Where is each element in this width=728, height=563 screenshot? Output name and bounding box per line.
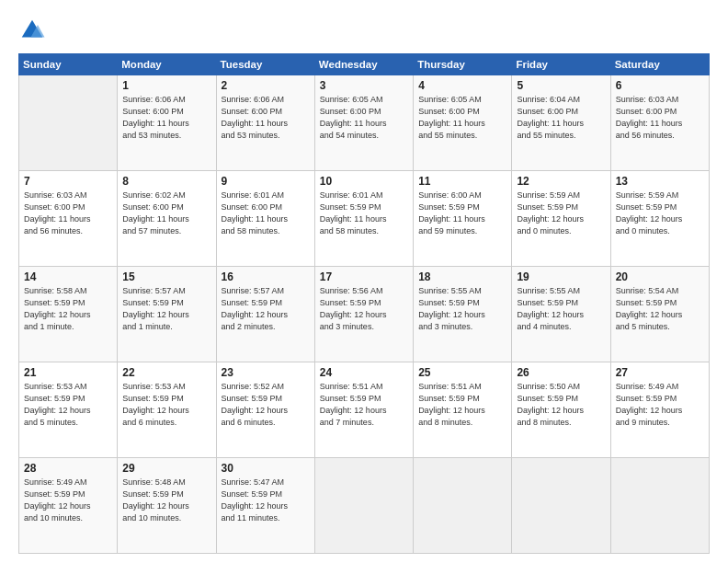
calendar-cell: 20Sunrise: 5:54 AM Sunset: 5:59 PM Dayli… xyxy=(610,267,709,362)
calendar-cell: 7Sunrise: 6:03 AM Sunset: 6:00 PM Daylig… xyxy=(19,171,118,267)
calendar-cell xyxy=(314,458,413,554)
day-info: Sunrise: 5:59 AM Sunset: 5:59 PM Dayligh… xyxy=(616,190,704,237)
weekday-header-monday: Monday xyxy=(118,54,216,75)
day-number: 6 xyxy=(616,79,704,92)
calendar-week-row: 21Sunrise: 5:53 AM Sunset: 5:59 PM Dayli… xyxy=(19,362,710,458)
calendar-cell: 21Sunrise: 5:53 AM Sunset: 5:59 PM Dayli… xyxy=(19,362,118,458)
calendar-week-row: 28Sunrise: 5:49 AM Sunset: 5:59 PM Dayli… xyxy=(19,458,710,554)
day-info: Sunrise: 6:05 AM Sunset: 6:00 PM Dayligh… xyxy=(418,94,506,142)
calendar-cell: 18Sunrise: 5:55 AM Sunset: 5:59 PM Dayli… xyxy=(414,267,512,362)
calendar-cell: 26Sunrise: 5:50 AM Sunset: 5:59 PM Dayli… xyxy=(512,362,610,458)
calendar-cell: 24Sunrise: 5:51 AM Sunset: 5:59 PM Dayli… xyxy=(314,362,413,458)
day-number: 9 xyxy=(222,175,310,188)
calendar-cell: 23Sunrise: 5:52 AM Sunset: 5:59 PM Dayli… xyxy=(216,362,314,458)
day-number: 20 xyxy=(616,270,704,283)
weekday-header-tuesday: Tuesday xyxy=(216,54,314,75)
day-number: 26 xyxy=(517,366,605,379)
day-info: Sunrise: 6:05 AM Sunset: 6:00 PM Dayligh… xyxy=(320,94,408,142)
calendar-cell: 16Sunrise: 5:57 AM Sunset: 5:59 PM Dayli… xyxy=(216,267,314,362)
calendar-cell: 29Sunrise: 5:48 AM Sunset: 5:59 PM Dayli… xyxy=(118,458,216,554)
calendar-cell: 27Sunrise: 5:49 AM Sunset: 5:59 PM Dayli… xyxy=(610,362,709,458)
day-info: Sunrise: 5:51 AM Sunset: 5:59 PM Dayligh… xyxy=(418,381,506,429)
day-number: 1 xyxy=(122,79,210,92)
day-info: Sunrise: 6:06 AM Sunset: 6:00 PM Dayligh… xyxy=(122,94,210,142)
calendar-cell: 22Sunrise: 5:53 AM Sunset: 5:59 PM Dayli… xyxy=(118,362,216,458)
day-info: Sunrise: 5:57 AM Sunset: 5:59 PM Dayligh… xyxy=(122,285,210,333)
day-number: 5 xyxy=(517,79,605,92)
day-info: Sunrise: 6:06 AM Sunset: 6:00 PM Dayligh… xyxy=(222,94,310,142)
day-info: Sunrise: 5:50 AM Sunset: 5:59 PM Dayligh… xyxy=(517,381,605,429)
calendar-header-row: SundayMondayTuesdayWednesdayThursdayFrid… xyxy=(19,54,710,75)
calendar-cell: 9Sunrise: 6:01 AM Sunset: 6:00 PM Daylig… xyxy=(216,171,314,267)
calendar-cell xyxy=(610,458,709,554)
day-number: 29 xyxy=(122,462,210,475)
day-info: Sunrise: 5:59 AM Sunset: 5:59 PM Dayligh… xyxy=(517,190,605,237)
calendar-cell: 28Sunrise: 5:49 AM Sunset: 5:59 PM Dayli… xyxy=(19,458,118,554)
day-number: 13 xyxy=(616,175,704,188)
calendar-cell: 15Sunrise: 5:57 AM Sunset: 5:59 PM Dayli… xyxy=(118,267,216,362)
day-number: 11 xyxy=(418,175,506,188)
day-number: 18 xyxy=(418,270,506,283)
day-number: 15 xyxy=(122,270,210,283)
weekday-header-friday: Friday xyxy=(512,54,610,75)
calendar-cell: 25Sunrise: 5:51 AM Sunset: 5:59 PM Dayli… xyxy=(414,362,512,458)
calendar-cell: 1Sunrise: 6:06 AM Sunset: 6:00 PM Daylig… xyxy=(118,75,216,171)
day-number: 2 xyxy=(222,79,310,92)
day-info: Sunrise: 5:49 AM Sunset: 5:59 PM Dayligh… xyxy=(616,381,704,429)
day-number: 16 xyxy=(222,270,310,283)
day-info: Sunrise: 5:53 AM Sunset: 5:59 PM Dayligh… xyxy=(122,381,210,429)
calendar-cell: 12Sunrise: 5:59 AM Sunset: 5:59 PM Dayli… xyxy=(512,171,610,267)
calendar-cell xyxy=(414,458,512,554)
page: SundayMondayTuesdayWednesdayThursdayFrid… xyxy=(0,0,728,563)
calendar-week-row: 7Sunrise: 6:03 AM Sunset: 6:00 PM Daylig… xyxy=(19,171,710,267)
logo-icon xyxy=(18,17,46,44)
day-number: 30 xyxy=(222,462,310,475)
calendar-cell xyxy=(19,75,118,171)
day-info: Sunrise: 5:55 AM Sunset: 5:59 PM Dayligh… xyxy=(517,285,605,333)
day-number: 19 xyxy=(517,270,605,283)
weekday-header-sunday: Sunday xyxy=(19,54,118,75)
weekday-header-saturday: Saturday xyxy=(610,54,709,75)
day-number: 27 xyxy=(616,366,704,379)
calendar-table: SundayMondayTuesdayWednesdayThursdayFrid… xyxy=(18,53,710,554)
weekday-header-thursday: Thursday xyxy=(414,54,512,75)
calendar-cell: 14Sunrise: 5:58 AM Sunset: 5:59 PM Dayli… xyxy=(19,267,118,362)
day-info: Sunrise: 6:00 AM Sunset: 5:59 PM Dayligh… xyxy=(418,190,506,237)
day-info: Sunrise: 5:58 AM Sunset: 5:59 PM Dayligh… xyxy=(24,285,112,333)
day-info: Sunrise: 5:54 AM Sunset: 5:59 PM Dayligh… xyxy=(616,285,704,333)
day-info: Sunrise: 5:52 AM Sunset: 5:59 PM Dayligh… xyxy=(222,381,310,429)
day-info: Sunrise: 5:51 AM Sunset: 5:59 PM Dayligh… xyxy=(320,381,408,429)
calendar-cell: 19Sunrise: 5:55 AM Sunset: 5:59 PM Dayli… xyxy=(512,267,610,362)
calendar-week-row: 1Sunrise: 6:06 AM Sunset: 6:00 PM Daylig… xyxy=(19,75,710,171)
day-info: Sunrise: 5:49 AM Sunset: 5:59 PM Dayligh… xyxy=(24,477,112,524)
day-number: 23 xyxy=(222,366,310,379)
day-info: Sunrise: 5:47 AM Sunset: 5:59 PM Dayligh… xyxy=(222,477,310,524)
day-info: Sunrise: 5:57 AM Sunset: 5:59 PM Dayligh… xyxy=(222,285,310,333)
calendar-cell: 30Sunrise: 5:47 AM Sunset: 5:59 PM Dayli… xyxy=(216,458,314,554)
day-number: 28 xyxy=(24,462,112,475)
day-info: Sunrise: 6:01 AM Sunset: 6:00 PM Dayligh… xyxy=(222,190,310,237)
calendar-cell: 11Sunrise: 6:00 AM Sunset: 5:59 PM Dayli… xyxy=(414,171,512,267)
day-number: 7 xyxy=(24,175,112,188)
day-number: 24 xyxy=(320,366,408,379)
day-info: Sunrise: 6:01 AM Sunset: 5:59 PM Dayligh… xyxy=(320,190,408,237)
calendar-cell: 5Sunrise: 6:04 AM Sunset: 6:00 PM Daylig… xyxy=(512,75,610,171)
calendar-cell: 3Sunrise: 6:05 AM Sunset: 6:00 PM Daylig… xyxy=(314,75,413,171)
day-number: 25 xyxy=(418,366,506,379)
day-number: 3 xyxy=(320,79,408,92)
day-info: Sunrise: 5:56 AM Sunset: 5:59 PM Dayligh… xyxy=(320,285,408,333)
day-number: 4 xyxy=(418,79,506,92)
calendar-cell: 8Sunrise: 6:02 AM Sunset: 6:00 PM Daylig… xyxy=(118,171,216,267)
calendar-cell xyxy=(512,458,610,554)
day-number: 12 xyxy=(517,175,605,188)
day-number: 14 xyxy=(24,270,112,283)
day-number: 21 xyxy=(24,366,112,379)
day-info: Sunrise: 6:03 AM Sunset: 6:00 PM Dayligh… xyxy=(24,190,112,237)
day-number: 22 xyxy=(122,366,210,379)
header xyxy=(18,17,710,44)
calendar-cell: 17Sunrise: 5:56 AM Sunset: 5:59 PM Dayli… xyxy=(314,267,413,362)
weekday-header-wednesday: Wednesday xyxy=(314,54,413,75)
calendar-week-row: 14Sunrise: 5:58 AM Sunset: 5:59 PM Dayli… xyxy=(19,267,710,362)
calendar-cell: 13Sunrise: 5:59 AM Sunset: 5:59 PM Dayli… xyxy=(610,171,709,267)
day-info: Sunrise: 6:02 AM Sunset: 6:00 PM Dayligh… xyxy=(122,190,210,237)
